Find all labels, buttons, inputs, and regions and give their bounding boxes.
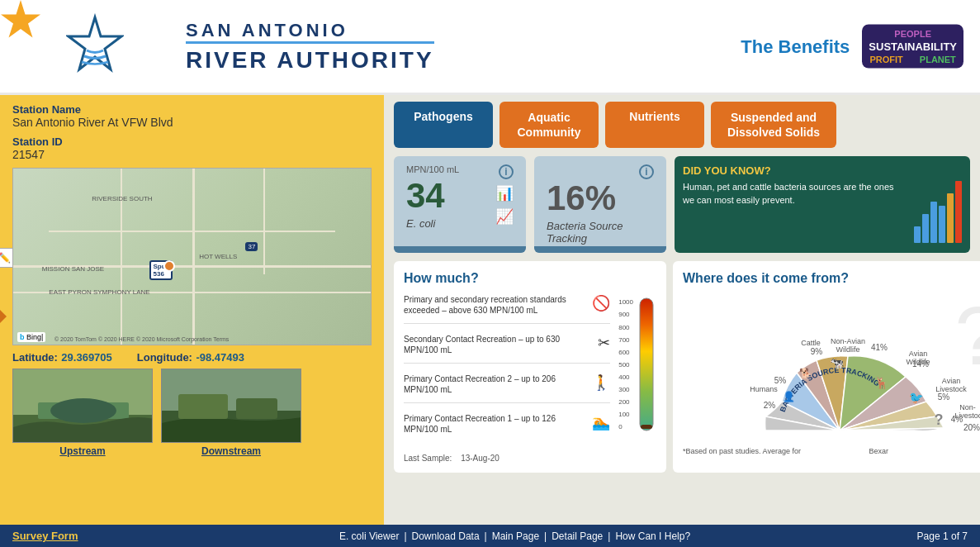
- legend-item-2: Primary Contact Recreation 2 – up to 206…: [404, 373, 610, 403]
- chart-bar-icon[interactable]: 📊: [495, 184, 514, 202]
- lat-label: Latitude:: [12, 351, 58, 364]
- how-much-title: How much?: [404, 271, 656, 286]
- nonlivestock-label: Non-: [959, 403, 976, 411]
- footer-links: E. coli Viewer | Download Data | Main Pa…: [144, 530, 885, 542]
- ecoli-value: 34: [406, 178, 459, 213]
- footnote-text: *Based on past studies. Average for: [683, 447, 801, 455]
- logo-star-svg: [66, 13, 124, 79]
- wildlife-icon: 🦌: [874, 376, 889, 390]
- tab-nutrients[interactable]: Nutrients: [605, 102, 704, 148]
- tab-aquatic[interactable]: AquaticCommunity: [499, 102, 599, 148]
- map-label-hotwells: HOT WELLS: [199, 253, 237, 260]
- thermometer: 1000 900 800 700 600 500 400 300 200 100…: [618, 294, 656, 447]
- benefits-label: The Benefits: [741, 36, 850, 57]
- dyk-text: Human, pet and cattle bacteria sources a…: [683, 181, 907, 243]
- legend-icon-3: 🏊: [592, 413, 610, 431]
- legend-item-0: Primary and secondary recreation standar…: [404, 294, 610, 324]
- tab-pathogens[interactable]: Pathogens: [394, 102, 493, 148]
- thermo-val-200: 200: [618, 398, 633, 406]
- thermo-val-900: 900: [618, 311, 633, 318]
- bacteria-card-bottom: [534, 246, 666, 253]
- lon-label: Longitude:: [137, 351, 192, 364]
- photos-row: Upstream Downstream: [12, 369, 372, 457]
- bacteria-info-icon[interactable]: i: [639, 164, 654, 179]
- unidentified-pct: 20%: [963, 423, 980, 432]
- logo-line2: RIVER AUTHORITY: [186, 41, 434, 74]
- last-sample-row: Last Sample: 13-Aug-20: [404, 454, 656, 463]
- bing-logo: b Bing|: [17, 332, 45, 342]
- dyk-bar-3: [930, 202, 937, 243]
- footer-link-main[interactable]: Main Page: [492, 530, 539, 542]
- upstream-photo[interactable]: [12, 369, 153, 443]
- map-area: ✏️ RIVERSIDE SOUTH MISSION SAN JOSE EAST…: [12, 168, 372, 345]
- map-label-east: EAST PYRON SYMPHONY LANE: [49, 288, 149, 296]
- station-name-label: Station Name: [12, 103, 372, 116]
- logo-text: SAN ANTONIO RIVER AUTHORITY: [186, 20, 434, 74]
- pet-icon: 🐕: [799, 367, 812, 379]
- footer-link-ecoli[interactable]: E. coli Viewer: [339, 530, 399, 542]
- downstream-photo[interactable]: [161, 369, 301, 443]
- legend-icon-0: 🚫: [592, 294, 610, 312]
- downstream-image: [162, 369, 301, 443]
- badge-profit: PROFIT: [870, 55, 903, 64]
- unidentified-icon: ?: [935, 411, 944, 428]
- svg-rect-7: [178, 394, 228, 419]
- badge-planet: PLANET: [920, 55, 956, 64]
- thermo-val-800: 800: [618, 324, 633, 331]
- stats-row: MPN/100 mL 34 E. coli i 📊 📈: [394, 156, 970, 253]
- legend-icon-1: ✂: [598, 334, 610, 352]
- footer-sep-3: |: [544, 530, 547, 542]
- dyk-chart: [914, 181, 962, 243]
- thermo-val-400: 400: [618, 373, 633, 381]
- cattle-pct: 9%: [811, 347, 823, 356]
- downstream-label[interactable]: Downstream: [161, 445, 301, 457]
- logo-line1: SAN ANTONIO: [186, 20, 434, 41]
- lat-value: 29.369705: [61, 351, 111, 364]
- footer-survey[interactable]: Survey Form: [12, 530, 144, 542]
- tab-suspended-label: Suspended andDissolved Solids: [727, 111, 820, 139]
- footer-link-download[interactable]: Download Data: [412, 530, 480, 542]
- upstream-label[interactable]: Upstream: [12, 445, 153, 457]
- legend-items: Primary and secondary recreation standar…: [404, 294, 610, 447]
- right-panel: Pathogens AquaticCommunity Nutrients Sus…: [384, 95, 980, 525]
- upstream-image: [13, 369, 153, 443]
- tab-suspended[interactable]: Suspended andDissolved Solids: [711, 102, 836, 148]
- legend-item-3: Primary Contact Recreation 1 – up to 126…: [404, 413, 610, 437]
- legend-icon-2: 🚶: [592, 373, 610, 392]
- last-sample-value: 13-Aug-20: [461, 454, 499, 463]
- where-title: Where does it come from?: [683, 271, 980, 286]
- dyk-bar-2: [922, 214, 929, 243]
- map-container[interactable]: RIVERSIDE SOUTH MISSION SAN JOSE EAST PY…: [12, 168, 372, 345]
- livestock-pct: 5%: [938, 392, 950, 402]
- coordinates-row: Latitude: 29.369705 Longitude: -98.47493: [12, 350, 372, 364]
- svg-text:Wildlife: Wildlife: [836, 345, 859, 354]
- bacteria-stat-card: 16% Bacteria Source Tracking i: [534, 156, 666, 253]
- thermo-val-300: 300: [618, 386, 633, 393]
- thermo-val-700: 700: [618, 336, 633, 344]
- tabs-row: Pathogens AquaticCommunity Nutrients Sus…: [394, 102, 970, 148]
- thermo-val-0: 0: [618, 423, 633, 430]
- benefits-badge: PEOPLE SUSTAINABILITY PROFIT PLANET: [862, 25, 963, 69]
- map-highway-37: 37: [245, 242, 258, 251]
- map-station-dot: [163, 260, 175, 272]
- footer-link-detail[interactable]: Detail Page: [552, 530, 603, 542]
- map-road: [263, 169, 265, 274]
- pets-pct: 5%: [774, 376, 787, 385]
- badge-people: PEOPLE: [894, 29, 931, 39]
- svg-rect-10: [641, 425, 652, 429]
- footer-link-help[interactable]: How Can I Help?: [615, 530, 690, 542]
- trend-icon[interactable]: 📈: [495, 207, 514, 226]
- svg-text:Wildlife: Wildlife: [906, 358, 930, 366]
- how-much-content: Primary and secondary recreation standar…: [404, 294, 656, 447]
- thermo-labels: 1000 900 800 700 600 500 400 300 200 100…: [618, 294, 633, 435]
- tab-aquatic-label: AquaticCommunity: [518, 111, 581, 139]
- station-id-value: 21547: [12, 148, 372, 161]
- dyk-bar-5: [947, 193, 954, 243]
- station-name-block: Station Name San Antonio River At VFW Bl…: [12, 103, 372, 129]
- footer: Survey Form E. coli Viewer | Download Da…: [0, 525, 980, 547]
- ecoli-info-icon[interactable]: i: [499, 164, 514, 179]
- thermometer-svg: [637, 294, 656, 435]
- where-card: Where does it come from?: [673, 261, 980, 473]
- ecoli-unit: MPN/100 mL: [406, 164, 459, 174]
- svg-marker-0: [69, 17, 121, 69]
